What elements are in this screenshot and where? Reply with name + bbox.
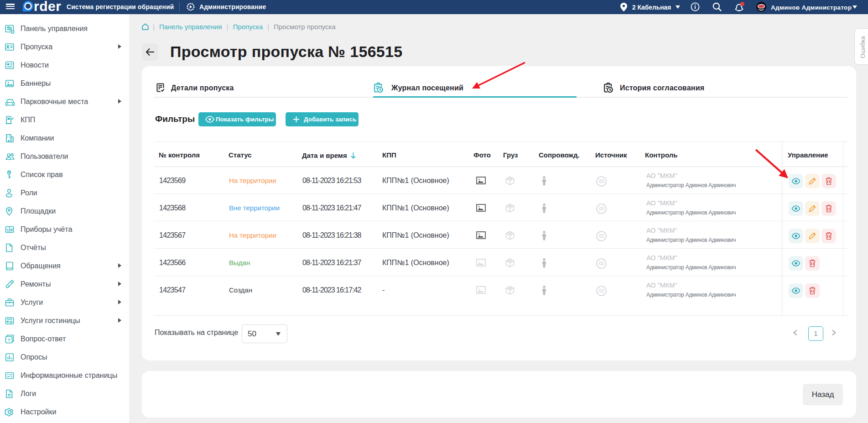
svg-text:03: 03 <box>599 234 604 239</box>
svg-text:?: ? <box>8 337 10 342</box>
svg-text:03: 03 <box>599 261 604 266</box>
svg-text:8: 8 <box>10 227 13 232</box>
svg-text:03: 03 <box>599 179 604 184</box>
svg-text:03: 03 <box>599 288 604 293</box>
svg-text:03: 03 <box>599 206 604 211</box>
svg-text:1: 1 <box>6 227 9 232</box>
